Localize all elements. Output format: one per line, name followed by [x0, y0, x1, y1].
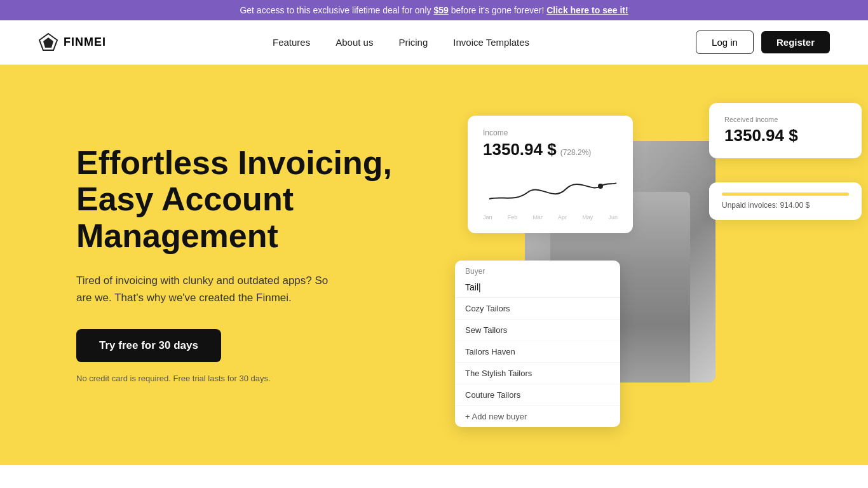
cta-button[interactable]: Try free for 30 days: [76, 329, 221, 362]
unpaid-card: Unpaid invoices: 914.00 $: [709, 182, 862, 220]
hero-subtitle: Tired of invoicing with clunky and outda…: [76, 272, 343, 306]
svg-marker-1: [43, 37, 53, 48]
buyer-item-2[interactable]: Tailors Haven: [455, 341, 620, 363]
chart-months: Jan Feb Mar Apr May Jun: [483, 214, 618, 220]
hero-section: Effortless Invoicing, Easy Account Manag…: [0, 65, 868, 465]
hero-title: Effortless Invoicing, Easy Account Manag…: [76, 145, 407, 254]
income-label: Income: [483, 128, 618, 137]
received-label: Received income: [724, 116, 846, 123]
buyer-dropdown-card: Buyer Tail| Cozy Tailors Sew Tailors Tai…: [455, 261, 620, 427]
login-button[interactable]: Log in: [696, 30, 754, 54]
buyer-input-value[interactable]: Tail|: [455, 278, 620, 298]
nav-item-features[interactable]: Features: [273, 37, 310, 48]
nav-item-pricing[interactable]: Pricing: [398, 37, 428, 48]
unpaid-bar: [722, 193, 849, 196]
promo-banner: Get access to this exclusive lifetime de…: [0, 0, 868, 20]
svg-point-2: [598, 184, 603, 189]
income-chart-svg: [483, 167, 623, 208]
buyer-item-1[interactable]: Sew Tailors: [455, 320, 620, 341]
hero-left: Effortless Invoicing, Easy Account Manag…: [76, 145, 407, 384]
banner-text-before: Get access to this exclusive lifetime de…: [240, 5, 433, 15]
hero-mockup: Income 1350.94 $ (728.2%) Jan Feb Mar Ap…: [449, 65, 868, 465]
nav-buttons: Log in Register: [696, 30, 830, 54]
banner-text-after: before it's gone forever!: [449, 5, 545, 15]
income-card: Income 1350.94 $ (728.2%) Jan Feb Mar Ap…: [468, 116, 633, 233]
buyer-item-4[interactable]: Couture Tailors: [455, 384, 620, 406]
nav-links: Features About us Pricing Invoice Templa…: [273, 37, 529, 48]
buyer-add-button[interactable]: + Add new buyer: [455, 406, 620, 427]
logo[interactable]: FINMEI: [38, 32, 106, 53]
buyer-card-label: Buyer: [455, 261, 620, 278]
banner-cta-link[interactable]: Click here to see it!: [546, 5, 628, 15]
buyer-item-0[interactable]: Cozy Tailors: [455, 298, 620, 320]
income-chart: [483, 167, 618, 212]
income-change: (728.2%): [560, 148, 592, 157]
received-amount: 1350.94 $: [724, 126, 846, 146]
received-income-card: Received income 1350.94 $: [709, 103, 862, 158]
logo-text: FINMEI: [64, 36, 106, 49]
hero-note: No credit card is required. Free trial l…: [76, 372, 280, 385]
buyer-item-3[interactable]: The Stylish Tailors: [455, 363, 620, 384]
banner-price: $59: [433, 5, 448, 15]
nav-item-templates[interactable]: Invoice Templates: [453, 37, 529, 48]
unpaid-text: Unpaid invoices: 914.00 $: [722, 201, 849, 210]
logo-icon: [38, 32, 58, 53]
navbar: FINMEI Features About us Pricing Invoice…: [0, 20, 868, 65]
nav-item-about[interactable]: About us: [336, 37, 373, 48]
register-button[interactable]: Register: [761, 31, 830, 53]
income-amount: 1350.94 $: [483, 140, 557, 159]
